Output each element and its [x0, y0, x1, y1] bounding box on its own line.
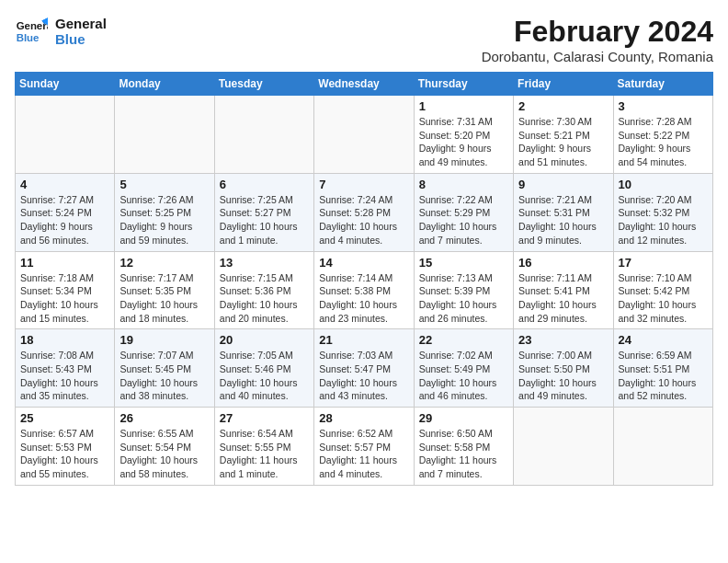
day-number: 1: [419, 99, 508, 113]
calendar-week-row: 4Sunrise: 7:27 AMSunset: 5:24 PMDaylight…: [16, 173, 713, 251]
day-number: 19: [119, 333, 209, 347]
day-detail: Sunrise: 7:27 AMSunset: 5:24 PMDaylight:…: [20, 193, 109, 247]
day-detail: Sunrise: 7:31 AMSunset: 5:20 PMDaylight:…: [419, 115, 508, 169]
calendar-cell: 15Sunrise: 7:13 AMSunset: 5:39 PMDayligh…: [414, 251, 513, 329]
calendar-cell: 18Sunrise: 7:08 AMSunset: 5:43 PMDayligh…: [16, 329, 115, 408]
calendar-cell: 28Sunrise: 6:52 AMSunset: 5:57 PMDayligh…: [314, 408, 414, 486]
day-detail: Sunrise: 6:52 AMSunset: 5:57 PMDaylight:…: [319, 427, 408, 481]
calendar-cell: 17Sunrise: 7:10 AMSunset: 5:42 PMDayligh…: [613, 251, 712, 329]
calendar-cell: 16Sunrise: 7:11 AMSunset: 5:41 PMDayligh…: [514, 251, 613, 329]
calendar-cell: 10Sunrise: 7:20 AMSunset: 5:32 PMDayligh…: [613, 173, 712, 251]
calendar-week-row: 11Sunrise: 7:18 AMSunset: 5:34 PMDayligh…: [16, 251, 713, 329]
day-detail: Sunrise: 6:59 AMSunset: 5:51 PMDaylight:…: [619, 349, 708, 403]
day-number: 25: [20, 411, 109, 425]
day-number: 17: [619, 256, 708, 270]
weekday-header: Sunday: [16, 73, 115, 96]
calendar-cell: [214, 96, 313, 174]
day-detail: Sunrise: 6:50 AMSunset: 5:58 PMDaylight:…: [419, 427, 508, 481]
calendar-cell: [314, 96, 414, 174]
day-number: 7: [319, 178, 408, 191]
day-detail: Sunrise: 7:05 AMSunset: 5:46 PMDaylight:…: [220, 349, 309, 403]
day-detail: Sunrise: 7:11 AMSunset: 5:41 PMDaylight:…: [518, 271, 608, 326]
day-detail: Sunrise: 7:17 AMSunset: 5:35 PMDaylight:…: [119, 271, 209, 326]
day-number: 16: [518, 256, 608, 270]
day-detail: Sunrise: 7:21 AMSunset: 5:31 PMDaylight:…: [518, 193, 608, 247]
day-detail: Sunrise: 6:54 AMSunset: 5:55 PMDaylight:…: [220, 427, 309, 481]
day-detail: Sunrise: 7:14 AMSunset: 5:38 PMDaylight:…: [319, 271, 408, 326]
day-number: 22: [419, 333, 508, 347]
day-detail: Sunrise: 7:03 AMSunset: 5:47 PMDaylight:…: [319, 349, 408, 403]
day-number: 8: [419, 178, 508, 191]
logo-general: General: [55, 16, 107, 31]
day-detail: Sunrise: 7:20 AMSunset: 5:32 PMDaylight:…: [619, 193, 708, 247]
day-number: 12: [119, 256, 209, 270]
day-number: 28: [319, 411, 408, 425]
calendar-table: SundayMondayTuesdayWednesdayThursdayFrid…: [15, 72, 713, 486]
calendar-cell: 11Sunrise: 7:18 AMSunset: 5:34 PMDayligh…: [16, 251, 115, 329]
calendar-week-row: 1Sunrise: 7:31 AMSunset: 5:20 PMDaylight…: [16, 96, 713, 174]
title-block: February 2024 Dorobantu, Calarasi County…: [482, 15, 713, 64]
day-detail: Sunrise: 7:13 AMSunset: 5:39 PMDaylight:…: [419, 271, 508, 326]
calendar-cell: [514, 408, 613, 486]
day-detail: Sunrise: 7:02 AMSunset: 5:49 PMDaylight:…: [419, 349, 508, 403]
calendar-cell: 3Sunrise: 7:28 AMSunset: 5:22 PMDaylight…: [613, 96, 712, 174]
logo: General Blue General Blue: [15, 15, 107, 48]
calendar-week-row: 18Sunrise: 7:08 AMSunset: 5:43 PMDayligh…: [16, 329, 713, 408]
day-number: 29: [419, 411, 508, 425]
day-number: 20: [220, 333, 309, 347]
calendar-cell: 6Sunrise: 7:25 AMSunset: 5:27 PMDaylight…: [214, 173, 313, 251]
day-detail: Sunrise: 6:55 AMSunset: 5:54 PMDaylight:…: [119, 427, 209, 481]
calendar-cell: 24Sunrise: 6:59 AMSunset: 5:51 PMDayligh…: [613, 329, 712, 408]
calendar-cell: [613, 408, 712, 486]
weekday-header: Thursday: [414, 73, 513, 96]
logo-icon: General Blue: [15, 15, 48, 48]
day-number: 10: [619, 178, 708, 191]
day-number: 14: [319, 256, 408, 270]
svg-text:Blue: Blue: [17, 32, 40, 43]
day-detail: Sunrise: 7:00 AMSunset: 5:50 PMDaylight:…: [518, 349, 608, 403]
day-number: 5: [119, 178, 209, 191]
day-detail: Sunrise: 7:22 AMSunset: 5:29 PMDaylight:…: [419, 193, 508, 247]
calendar-cell: 9Sunrise: 7:21 AMSunset: 5:31 PMDaylight…: [514, 173, 613, 251]
calendar-cell: 22Sunrise: 7:02 AMSunset: 5:49 PMDayligh…: [414, 329, 513, 408]
day-detail: Sunrise: 7:28 AMSunset: 5:22 PMDaylight:…: [619, 115, 708, 169]
logo-blue: Blue: [55, 31, 107, 47]
day-detail: Sunrise: 7:10 AMSunset: 5:42 PMDaylight:…: [619, 271, 708, 326]
day-detail: Sunrise: 6:57 AMSunset: 5:53 PMDaylight:…: [20, 427, 109, 481]
day-number: 6: [220, 178, 309, 191]
day-number: 3: [619, 99, 708, 113]
calendar-cell: 4Sunrise: 7:27 AMSunset: 5:24 PMDaylight…: [16, 173, 115, 251]
calendar-cell: [16, 96, 115, 174]
calendar-cell: 29Sunrise: 6:50 AMSunset: 5:58 PMDayligh…: [414, 408, 513, 486]
subtitle: Dorobantu, Calarasi County, Romania: [482, 49, 713, 64]
day-number: 27: [220, 411, 309, 425]
day-detail: Sunrise: 7:25 AMSunset: 5:27 PMDaylight:…: [220, 193, 309, 247]
calendar-cell: 5Sunrise: 7:26 AMSunset: 5:25 PMDaylight…: [115, 173, 214, 251]
calendar-cell: 14Sunrise: 7:14 AMSunset: 5:38 PMDayligh…: [314, 251, 414, 329]
calendar-cell: 7Sunrise: 7:24 AMSunset: 5:28 PMDaylight…: [314, 173, 414, 251]
calendar-cell: 27Sunrise: 6:54 AMSunset: 5:55 PMDayligh…: [214, 408, 313, 486]
day-number: 11: [20, 256, 109, 270]
calendar-cell: 8Sunrise: 7:22 AMSunset: 5:29 PMDaylight…: [414, 173, 513, 251]
calendar-cell: 25Sunrise: 6:57 AMSunset: 5:53 PMDayligh…: [16, 408, 115, 486]
calendar-cell: 13Sunrise: 7:15 AMSunset: 5:36 PMDayligh…: [214, 251, 313, 329]
day-detail: Sunrise: 7:07 AMSunset: 5:45 PMDaylight:…: [119, 349, 209, 403]
day-number: 21: [319, 333, 408, 347]
calendar-cell: 12Sunrise: 7:17 AMSunset: 5:35 PMDayligh…: [115, 251, 214, 329]
calendar-cell: 2Sunrise: 7:30 AMSunset: 5:21 PMDaylight…: [514, 96, 613, 174]
calendar-cell: 20Sunrise: 7:05 AMSunset: 5:46 PMDayligh…: [214, 329, 313, 408]
page-header: General Blue General Blue February 2024 …: [15, 15, 713, 64]
day-detail: Sunrise: 7:08 AMSunset: 5:43 PMDaylight:…: [20, 349, 109, 403]
month-year: February 2024: [482, 15, 713, 49]
weekday-header: Friday: [514, 73, 613, 96]
day-number: 15: [419, 256, 508, 270]
day-number: 23: [518, 333, 608, 347]
calendar-cell: 21Sunrise: 7:03 AMSunset: 5:47 PMDayligh…: [314, 329, 414, 408]
calendar-cell: 23Sunrise: 7:00 AMSunset: 5:50 PMDayligh…: [514, 329, 613, 408]
day-detail: Sunrise: 7:15 AMSunset: 5:36 PMDaylight:…: [220, 271, 309, 326]
day-number: 2: [518, 99, 608, 113]
day-number: 4: [20, 178, 109, 191]
weekday-header: Monday: [115, 73, 214, 96]
weekday-header: Wednesday: [314, 73, 414, 96]
day-detail: Sunrise: 7:18 AMSunset: 5:34 PMDaylight:…: [20, 271, 109, 326]
